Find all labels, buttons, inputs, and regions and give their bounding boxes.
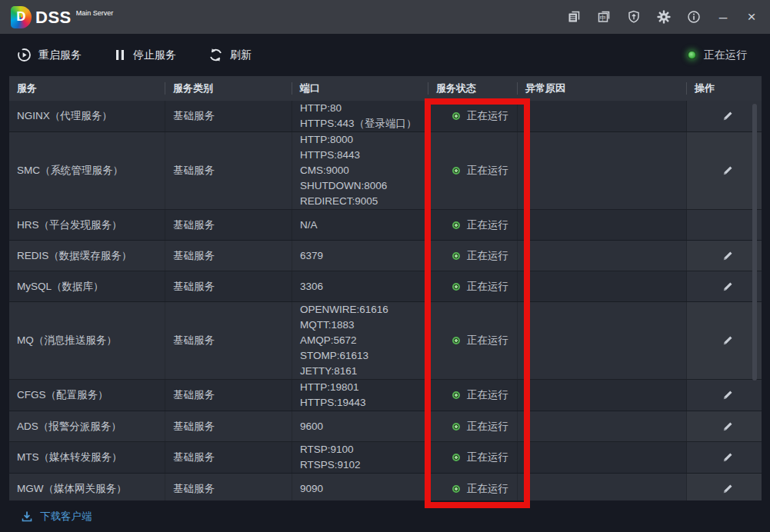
service-status-label: 正在运行 — [467, 279, 508, 294]
table-row[interactable]: SMC（系统管理服务）基础服务HTTP:8000HTTPS:8443CMS:90… — [9, 132, 762, 210]
action-cell — [687, 442, 762, 473]
table-row[interactable]: CFGS（配置服务）基础服务HTTP:19801HTTPS:19443正在运行 — [9, 380, 762, 411]
info-icon[interactable] — [687, 10, 701, 24]
service-ports-cell: 6379 — [292, 241, 428, 271]
service-category-cell: 基础服务 — [165, 474, 292, 504]
action-cell — [687, 241, 762, 271]
restart-service-label: 重启服务 — [38, 48, 82, 62]
brand-subtitle: Main Server — [76, 9, 114, 17]
close-button[interactable]: × — [745, 10, 758, 24]
service-name-cell: MGW（媒体网关服务） — [9, 474, 165, 504]
table-row[interactable]: ADS（报警分派服务）基础服务9600正在运行 — [9, 411, 762, 442]
port-line: CMS:9000 — [300, 163, 428, 178]
edit-pencil-button[interactable] — [721, 109, 735, 123]
edit-pencil-button[interactable] — [721, 334, 735, 347]
running-status-dot-icon — [452, 221, 460, 229]
table-row[interactable]: REDIS（数据缓存服务）基础服务6379正在运行 — [9, 241, 762, 271]
service-table: 服务服务类别端口服务状态异常原因操作 NGINX（代理服务）基础服务HTTP:8… — [9, 76, 762, 504]
service-ports-cell: 9090 — [292, 474, 428, 504]
table-scrollbar[interactable] — [752, 104, 757, 381]
abnormal-reason-cell — [518, 442, 687, 473]
edit-pencil-button[interactable] — [721, 249, 735, 263]
edit-pencil-button[interactable] — [721, 280, 735, 294]
service-status-label: 正在运行 — [467, 163, 508, 178]
restart-icon — [17, 48, 32, 62]
running-status-dot-icon — [452, 283, 460, 291]
port-line: RTSPS:9102 — [300, 457, 428, 473]
port-line: RTSP:9100 — [300, 442, 428, 457]
language-glyph: 中 — [600, 14, 607, 22]
port-line: HTTPS:443（登录端口） — [300, 116, 428, 131]
service-status-cell: 正在运行 — [428, 101, 518, 131]
table-row[interactable]: MySQL（数据库）基础服务3306正在运行 — [9, 271, 762, 302]
abnormal-reason-cell — [518, 271, 687, 301]
service-category-cell: 基础服务 — [165, 302, 292, 379]
restart-service-button[interactable]: 重启服务 — [17, 48, 82, 62]
service-category-cell: 基础服务 — [165, 411, 292, 441]
action-cell — [687, 411, 762, 441]
running-status-dot-icon — [452, 423, 460, 431]
settings-gear-icon[interactable] — [657, 10, 671, 24]
service-category-cell: 基础服务 — [165, 101, 292, 131]
running-status-dot-icon — [452, 252, 460, 260]
column-header-name: 服务 — [9, 82, 165, 95]
port-line: JETTY:8161 — [300, 364, 428, 379]
service-status-cell: 正在运行 — [428, 132, 518, 209]
port-line: REDIRECT:9005 — [300, 194, 428, 209]
table-row[interactable]: NGINX（代理服务）基础服务HTTP:80HTTPS:443（登录端口）正在运… — [9, 101, 762, 132]
titlebar-icons: 中 — [567, 10, 758, 24]
service-status-cell: 正在运行 — [428, 474, 518, 504]
port-line: N/A — [300, 218, 428, 233]
table-row[interactable]: HRS（平台发现服务）基础服务N/A正在运行 — [9, 210, 762, 241]
service-status-cell: 正在运行 — [428, 241, 518, 271]
app-logo: D DSS Main Server — [11, 6, 113, 28]
edit-pencil-button[interactable] — [721, 164, 735, 178]
edit-pencil-button[interactable] — [721, 451, 735, 464]
abnormal-reason-cell — [518, 210, 687, 240]
running-status-dot-icon — [452, 337, 460, 344]
abnormal-reason-cell — [518, 302, 687, 379]
refresh-icon — [208, 48, 223, 62]
stop-icon — [114, 48, 126, 62]
action-cell — [687, 210, 762, 240]
table-row[interactable]: MGW（媒体网关服务）基础服务9090正在运行 — [9, 474, 762, 504]
minimize-button[interactable]: – — [717, 10, 729, 24]
action-cell — [687, 302, 762, 379]
service-category-cell: 基础服务 — [165, 380, 292, 411]
edit-pencil-button[interactable] — [721, 482, 735, 496]
download-client-link[interactable]: 下载客户端 — [40, 510, 92, 524]
language-icon[interactable]: 中 — [597, 10, 611, 24]
service-name-cell: HRS（平台发现服务） — [9, 210, 165, 240]
table-row[interactable]: MTS（媒体转发服务）基础服务RTSP:9100RTSPS:9102正在运行 — [9, 442, 762, 474]
column-header-category: 服务类别 — [165, 82, 292, 95]
table-header-row: 服务服务类别端口服务状态异常原因操作 — [9, 76, 762, 101]
service-status-cell: 正在运行 — [428, 210, 518, 240]
service-status-label: 正在运行 — [467, 450, 508, 465]
column-header-reason: 异常原因 — [518, 82, 687, 95]
table-row[interactable]: MQ（消息推送服务）基础服务OPENWIRE:61616MQTT:1883AMQ… — [9, 302, 762, 380]
edit-pencil-button[interactable] — [721, 388, 735, 402]
port-line: SHUTDOWN:8006 — [300, 178, 428, 194]
abnormal-reason-cell — [518, 241, 687, 271]
port-line: STOMP:61613 — [300, 348, 428, 364]
service-name-cell: MQ（消息推送服务） — [9, 302, 165, 379]
security-shield-icon[interactable] — [627, 10, 641, 24]
edit-pencil-button[interactable] — [721, 420, 735, 434]
log-document-icon[interactable] — [567, 10, 581, 24]
service-status-label: 正在运行 — [467, 108, 508, 124]
refresh-label: 刷新 — [230, 48, 252, 62]
table-body: NGINX（代理服务）基础服务HTTP:80HTTPS:443（登录端口）正在运… — [9, 101, 762, 504]
abnormal-reason-cell — [518, 101, 687, 131]
running-status-dot-icon — [452, 485, 460, 493]
column-header-status: 服务状态 — [428, 82, 518, 95]
service-ports-cell: 3306 — [292, 271, 428, 301]
service-name-cell: ADS（报警分派服务） — [9, 411, 165, 441]
service-name-cell: SMC（系统管理服务） — [9, 132, 165, 209]
service-ports-cell: 9600 — [292, 411, 428, 441]
brand-text: DSS — [35, 6, 72, 28]
stop-service-button[interactable]: 停止服务 — [114, 48, 176, 62]
service-ports-cell: OPENWIRE:61616MQTT:1883AMQP:5672STOMP:61… — [292, 302, 428, 379]
abnormal-reason-cell — [518, 474, 687, 504]
overall-status-label: 正在运行 — [704, 48, 747, 62]
refresh-button[interactable]: 刷新 — [208, 48, 252, 62]
